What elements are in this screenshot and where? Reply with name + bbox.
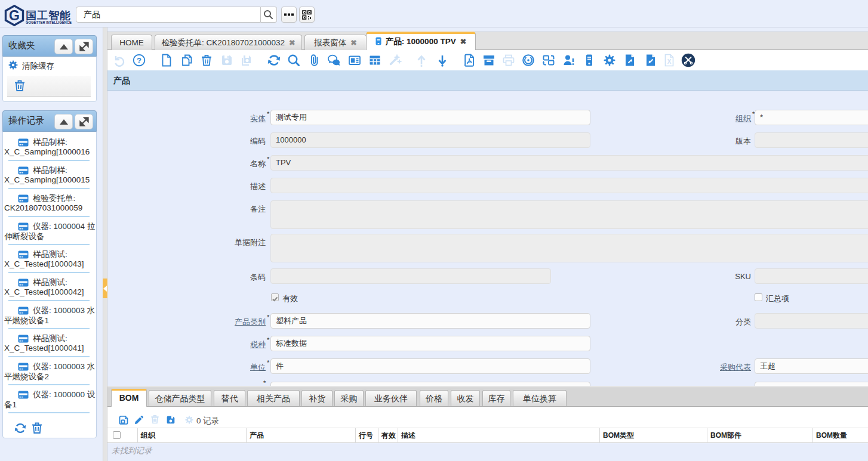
svg-text:X: X xyxy=(667,58,672,65)
svg-text:G: G xyxy=(9,8,20,23)
svg-text:?: ? xyxy=(137,56,141,65)
